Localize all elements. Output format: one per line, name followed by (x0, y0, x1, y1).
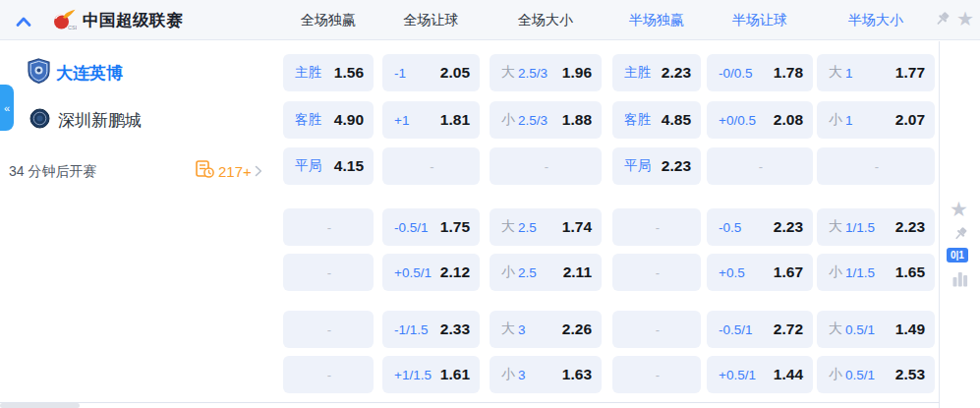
odds-cell[interactable]: 平局2.23 (612, 147, 701, 185)
odds-cell[interactable]: +11.81 (382, 101, 480, 139)
odds-line-label: +0.5 (719, 265, 745, 280)
odds-cell[interactable]: 大1/1.52.23 (817, 208, 935, 246)
odds-line-label: -1/1.5 (394, 322, 429, 337)
odds-cell[interactable]: 主胜1.56 (283, 54, 374, 91)
odds-cell[interactable]: -0.5/11.75 (382, 208, 480, 246)
odds-line-label: 2.5 (518, 265, 537, 280)
home-team-row[interactable]: 大连英博 (28, 57, 123, 88)
away-team-row[interactable]: 深圳新鹏城 (29, 106, 142, 134)
odds-line-label: 平局 (295, 157, 321, 175)
odds-cell[interactable]: 小2.52.11 (490, 254, 602, 291)
odds-cell[interactable]: +0/0.52.08 (707, 101, 813, 139)
odds-value: 1.75 (440, 218, 470, 236)
odds-cell-empty: - (382, 147, 480, 185)
odds-value: 4.15 (334, 157, 364, 175)
odds-cell[interactable]: 主胜2.23 (612, 54, 701, 91)
odds-line-label: 3 (518, 322, 526, 337)
collapse-league-button[interactable] (16, 14, 31, 26)
odds-cell[interactable]: -0.52.23 (707, 208, 813, 246)
odds-cell[interactable]: 平局4.15 (283, 147, 374, 185)
odds-cell[interactable]: -12.05 (382, 54, 480, 91)
odds-cell[interactable]: 小0.5/12.53 (817, 356, 935, 393)
odds-value: 2.33 (440, 321, 470, 338)
odds-value: 1.81 (440, 111, 470, 129)
odds-cell[interactable]: 小2.5/31.88 (490, 101, 602, 139)
odds-value: 2.08 (774, 111, 803, 129)
more-markets-link[interactable]: 217+ (196, 160, 262, 182)
odds-cell[interactable]: -0/0.51.78 (707, 54, 813, 91)
odds-line-label: -0/0.5 (719, 66, 753, 81)
odds-value: 2.26 (562, 321, 592, 338)
odds-line-label: 1 (845, 113, 853, 128)
over-under-direction-label: 小 (501, 263, 515, 281)
odds-value: 1.67 (774, 263, 803, 281)
odds-cell-empty: - (283, 208, 374, 246)
home-team-name[interactable]: 大连英博 (56, 62, 123, 85)
odds-cell-empty: - (490, 147, 602, 185)
odds-empty-dash: - (624, 220, 691, 235)
odds-cell[interactable]: 大32.26 (490, 311, 602, 348)
column-header: 半场让球 (706, 0, 814, 40)
odds-cell[interactable]: -0.5/12.72 (707, 311, 813, 348)
stats-bar-chart-icon[interactable] (952, 270, 968, 291)
odds-value: 1.77 (895, 64, 925, 82)
over-under-direction-label: 小 (829, 263, 842, 281)
odds-cell[interactable]: +0.5/11.44 (707, 356, 813, 393)
odds-cell[interactable]: 大0.5/11.49 (817, 311, 935, 348)
odds-cell[interactable]: 客胜4.90 (283, 101, 374, 139)
column-header: 全场让球 (377, 0, 486, 40)
section-divider (0, 402, 940, 403)
odds-empty-dash: - (719, 159, 803, 174)
odds-line-label: 2.5/3 (518, 113, 548, 128)
odds-line-label: 客胜 (295, 111, 321, 129)
odds-line-label: 主胜 (295, 64, 321, 82)
over-under-direction-label: 大 (501, 64, 515, 82)
odds-cell[interactable]: 大2.5/31.96 (490, 54, 602, 91)
league-logo-icon: CSL (52, 9, 77, 31)
odds-cell-empty: - (612, 208, 701, 246)
odds-empty-dash: - (624, 265, 691, 280)
odds-value: 2.05 (440, 64, 470, 82)
horizontal-scrollbar-thumb[interactable] (0, 403, 80, 408)
odds-cell[interactable]: -1/1.52.33 (382, 311, 480, 348)
odds-cell-empty: - (707, 147, 813, 185)
odds-value: 2.23 (662, 157, 691, 175)
odds-cell-empty: - (612, 311, 701, 348)
odds-value: 2.72 (774, 321, 803, 338)
odds-empty-dash: - (394, 159, 470, 174)
odds-line-label: 1 (845, 66, 853, 81)
odds-cell[interactable]: +0.51.67 (707, 254, 813, 291)
league-title: 中国超级联赛 (83, 0, 183, 40)
odds-cell[interactable]: +1/1.51.61 (382, 356, 480, 393)
odds-cell[interactable]: 客胜4.85 (612, 101, 701, 139)
pin-match-icon[interactable] (952, 226, 968, 246)
odds-cell[interactable]: 小31.63 (490, 356, 602, 393)
odds-value: 1.88 (562, 111, 592, 129)
away-team-name[interactable]: 深圳新鹏城 (58, 109, 142, 132)
odds-cell[interactable]: +0.5/12.12 (382, 254, 480, 291)
over-under-direction-label: 小 (829, 366, 842, 383)
score-badge[interactable]: 0|1 (947, 248, 968, 262)
header-star-icon[interactable]: ★ (956, 5, 974, 32)
column-header: 全场大小 (491, 0, 600, 40)
odds-line-label: 1/1.5 (845, 220, 875, 235)
odds-line-label: 主胜 (624, 64, 651, 82)
favorite-star-icon[interactable]: ★ (950, 195, 968, 223)
header-pin-icon[interactable] (934, 11, 951, 31)
odds-cell[interactable]: 大2.51.74 (490, 208, 602, 246)
odds-value: 2.53 (895, 366, 925, 383)
odds-line-label: +0.5/1 (394, 265, 432, 280)
odds-cell[interactable]: 小12.07 (817, 101, 935, 139)
odds-line-label: +0/0.5 (719, 113, 756, 128)
sidebar-collapse-tab[interactable]: « (0, 85, 14, 131)
double-chevron-left-icon: « (4, 102, 10, 114)
odds-value: 1.96 (562, 64, 592, 82)
odds-line-label: 平局 (624, 157, 651, 175)
odds-cell[interactable]: 大11.77 (817, 54, 935, 91)
odds-cell-empty: - (283, 356, 374, 393)
odds-cell[interactable]: 小1/1.51.65 (817, 254, 935, 291)
odds-line-label: 2.5 (518, 220, 537, 235)
column-header: 半场独赢 (603, 0, 711, 40)
odds-value: 1.78 (774, 64, 803, 82)
over-under-direction-label: 小 (501, 111, 515, 129)
